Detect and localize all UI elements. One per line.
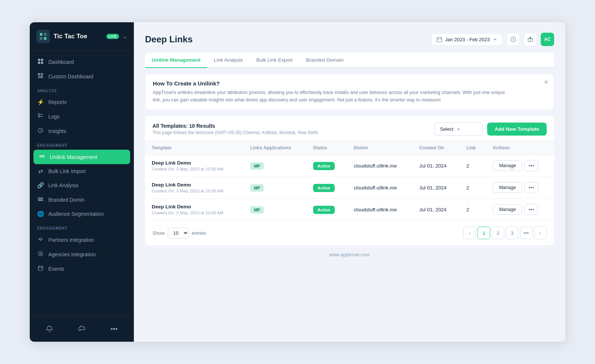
svg-rect-12 [38,77,43,78]
svg-rect-16 [41,116,43,117]
svg-rect-11 [38,76,43,77]
tab-bulk-link-export[interactable]: Bulk Link Export [250,53,299,68]
more-options-icon[interactable]: ••• [107,322,121,336]
audience-icon: 🌐 [37,211,44,217]
manage-button[interactable]: Manage [493,160,522,171]
cell-actions: Manage ••• [486,199,554,221]
sidebar-item-link-analysis[interactable]: 🔗 Link Analysis [30,178,134,192]
select-dropdown[interactable]: Select [434,123,483,136]
sidebar-item-label: Partners Integration [48,237,94,243]
status-badge: Active [313,184,335,192]
sidebar-item-reports[interactable]: ⚡ Reports [30,95,134,109]
sidebar-item-partners-integration[interactable]: Partners Integration [30,233,134,247]
col-links-applications: Links Applications [244,141,306,155]
footer-url: www.apptrove.com [145,245,554,260]
cloud-icon[interactable] [75,322,89,336]
date-range-picker[interactable]: Jan 2023 - Feb 2023 [431,33,503,46]
svg-rect-13 [38,114,40,115]
cell-app-badge: MP [244,199,306,221]
sidebar-item-bulk-link-import[interactable]: ⇄ Bulk Link Import [30,164,134,178]
manage-button[interactable]: Manage [493,204,522,215]
date-range-label: Jan 2023 - Feb 2023 [445,37,490,42]
table-meta: All Templates: 10 Results This page foll… [152,123,318,135]
pagination-bar: Show 10 25 50 entries ‹ 1 2 3 ••• [145,220,554,245]
gift-button[interactable] [524,33,537,46]
cell-domain: cloudstuff.u9lnk.me [347,177,412,199]
table-section: All Templates: 10 Results This page foll… [145,116,554,245]
svg-rect-25 [437,38,442,42]
table-row: Deep Link Demo Created On: 3 May, 2023 a… [145,177,554,199]
info-button[interactable] [506,33,520,46]
next-page-button[interactable]: › [534,227,547,239]
page-3-button[interactable]: 3 [506,227,518,239]
pagination-buttons: ‹ 1 2 3 ••• › [463,227,547,239]
sidebar-item-events[interactable]: Events [30,261,134,276]
col-created-on: Created On [412,141,460,155]
svg-rect-2 [40,37,42,40]
add-new-template-button[interactable]: Add New Template [487,123,547,136]
chevron-down-icon[interactable]: ⌄ [123,33,127,39]
sidebar-item-label: Unilink Management [50,154,97,160]
cell-created-on: Jul 01, 2024 [412,177,460,199]
page-ellipsis[interactable]: ••• [520,227,533,239]
table-row: Deep Link Demo Created On: 3 May, 2023 a… [145,199,554,221]
prev-page-button[interactable]: ‹ [463,227,476,239]
col-link: Link [460,141,486,155]
svg-rect-14 [41,114,43,115]
tab-branded-domain[interactable]: Branded Domain [299,53,350,68]
avatar[interactable]: AC [541,33,554,46]
sidebar-item-label: Events [48,266,64,272]
sidebar-item-label: Custom Dashboard [48,74,93,79]
entries-label: entries [192,230,206,236]
sidebar-item-agencies-integration[interactable]: Agencies Integration [30,247,134,261]
cell-status: Active [306,155,347,177]
more-actions-button[interactable]: ••• [524,204,538,215]
app-badge: MP [250,184,264,192]
partners-icon [37,236,44,243]
svg-rect-21 [38,199,43,200]
sidebar-item-custom-dashboard[interactable]: Custom Dashboard [30,69,134,84]
svg-rect-7 [41,62,43,64]
close-icon[interactable]: ✕ [544,79,549,86]
manage-button[interactable]: Manage [493,182,522,193]
tab-unilink-management[interactable]: Unilink Management [145,53,207,68]
sidebar-item-logs[interactable]: Logs [30,109,134,124]
dashboard-icon [37,58,44,65]
header-actions: Jan 2023 - Feb 2023 AC [431,33,554,46]
page-1-button[interactable]: 1 [477,227,490,239]
template-name: Deep Link Demo [152,182,237,188]
sidebar-item-audience-segmentation[interactable]: 🌐 Audience Segmentation [30,207,134,221]
status-badge: Active [313,206,335,214]
more-actions-button[interactable]: ••• [524,182,538,193]
col-domain: Domin [347,141,412,155]
cell-created-on: Jul 01, 2024 [412,155,460,177]
svg-rect-8 [38,73,40,75]
cell-status: Active [306,199,347,221]
cell-template: Deep Link Demo Created On: 3 May, 2023 a… [145,199,244,221]
link-analysis-icon: 🔗 [37,182,44,189]
entries-select[interactable]: 10 25 50 [168,228,189,238]
sidebar-item-label: Agencies Integration [48,251,96,257]
cell-app-badge: MP [244,155,306,177]
sidebar-item-insights[interactable]: Insights [30,124,134,138]
live-badge: LIVE [106,34,119,39]
sidebar-item-label: Insights [48,128,66,134]
cell-app-badge: MP [244,177,306,199]
cell-created-on: Jul 01, 2024 [412,199,460,221]
sidebar-header: Tic Tac Toe LIVE ⌄ [30,22,134,51]
sidebar-item-branded-domain[interactable]: Branded Domin [30,192,134,207]
info-banner: How To Create a Unilink? AppTrove's unil… [145,74,554,110]
sidebar-item-label: Bulk Link Import [48,168,86,174]
logo-icon [36,30,50,43]
tab-link-analysis[interactable]: Link Analysis [207,53,250,68]
table-header-row: Template Links Applications Status Domin… [145,141,554,155]
brand-name: Tic Tac Toe [54,33,103,40]
sidebar-item-dashboard[interactable]: Dashboard [30,55,134,69]
template-name: Deep Link Demo [152,160,237,166]
notifications-icon[interactable] [43,322,56,336]
branded-domain-icon [37,196,44,203]
svg-rect-4 [38,59,40,61]
sidebar-item-unilink-management[interactable]: Unilink Management [33,150,130,164]
page-2-button[interactable]: 2 [492,227,504,239]
more-actions-button[interactable]: ••• [524,160,538,171]
